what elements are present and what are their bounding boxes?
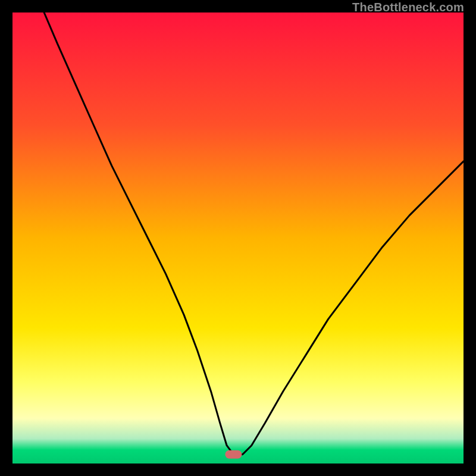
watermark-text: TheBottleneck.com xyxy=(352,1,464,14)
chart-frame: TheBottleneck.com xyxy=(0,0,476,476)
bottleneck-plot xyxy=(12,12,464,464)
optimal-marker xyxy=(225,450,242,459)
gradient-background xyxy=(12,12,464,464)
